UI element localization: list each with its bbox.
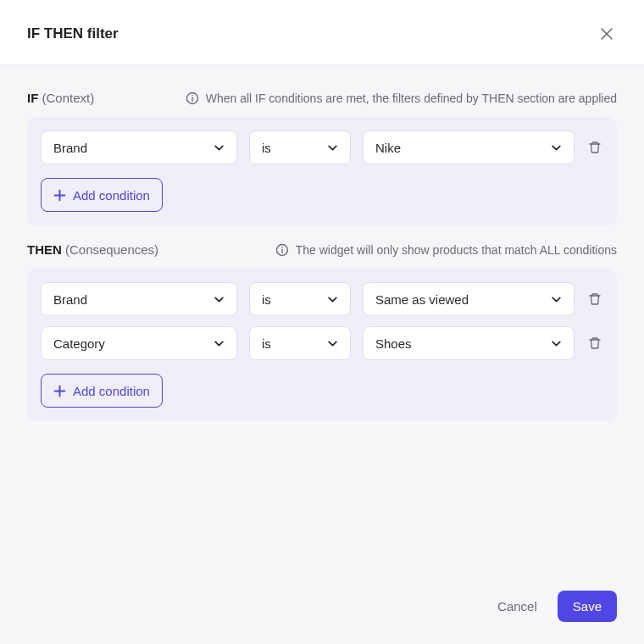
close-button[interactable]	[597, 24, 617, 44]
svg-point-9	[281, 247, 283, 248]
then-delete-condition-button[interactable]	[586, 291, 603, 308]
info-icon	[186, 92, 199, 105]
then-section-head: THEN (Consequences) The widget will only…	[27, 242, 617, 257]
trash-icon	[588, 336, 602, 350]
then-value-value: Same as viewed	[375, 292, 469, 307]
then-operator-select[interactable]: is	[249, 326, 351, 360]
if-value-value: Nike	[375, 141, 401, 155]
then-value-select[interactable]: Shoes	[363, 326, 575, 360]
if-operator-select[interactable]: is	[249, 130, 351, 164]
chevron-down-icon	[327, 338, 338, 349]
if-hint-text: When all IF conditions are met, the filt…	[206, 92, 617, 105]
if-add-condition-button[interactable]: Add condition	[41, 178, 163, 212]
if-operator-value: is	[262, 141, 271, 155]
if-value-select[interactable]: Nike	[363, 130, 575, 164]
then-operator-value: is	[262, 292, 271, 307]
modal-header: IF THEN filter	[0, 0, 644, 65]
then-delete-condition-button[interactable]	[586, 335, 603, 352]
info-icon	[275, 243, 289, 257]
if-then-filter-modal: IF THEN filter IF (Context) When all IF …	[0, 0, 644, 644]
if-attribute-value: Brand	[53, 141, 87, 155]
trash-icon	[588, 292, 602, 306]
then-sublabel: (Consequences)	[65, 242, 158, 257]
if-add-condition-label: Add condition	[73, 188, 150, 203]
then-value-select[interactable]: Same as viewed	[363, 282, 575, 316]
chevron-down-icon	[214, 338, 225, 349]
then-value-value: Shoes	[375, 336, 412, 351]
trash-icon	[588, 141, 602, 154]
chevron-down-icon	[551, 294, 562, 305]
if-sublabel: (Context)	[42, 91, 95, 105]
then-attribute-value: Brand	[53, 292, 87, 307]
then-section-title: THEN (Consequences)	[27, 242, 158, 257]
if-hint: When all IF conditions are met, the filt…	[186, 92, 617, 105]
then-add-condition-button[interactable]: Add condition	[41, 374, 163, 408]
then-condition-row: Category is Shoes	[41, 326, 603, 360]
then-attribute-select[interactable]: Brand	[41, 282, 237, 316]
if-label: IF	[27, 91, 38, 105]
svg-point-4	[192, 95, 193, 97]
chevron-down-icon	[214, 294, 225, 305]
then-attribute-select[interactable]: Category	[41, 326, 237, 360]
if-section-title: IF (Context)	[27, 91, 94, 105]
plus-icon	[53, 385, 66, 397]
if-card: Brand is Nike Add condition	[27, 117, 617, 225]
chevron-down-icon	[327, 142, 338, 153]
then-operator-select[interactable]: is	[249, 282, 351, 316]
then-hint: The widget will only show products that …	[275, 243, 617, 257]
then-label: THEN	[27, 242, 62, 257]
chevron-down-icon	[214, 142, 225, 153]
plus-icon	[53, 189, 66, 202]
then-condition-row: Brand is Same as viewed	[41, 282, 603, 316]
modal-footer: Cancel Save	[0, 577, 644, 644]
save-button[interactable]: Save	[558, 591, 617, 622]
if-attribute-select[interactable]: Brand	[41, 130, 237, 164]
then-operator-value: is	[262, 336, 271, 351]
if-section-head: IF (Context) When all IF conditions are …	[27, 91, 617, 105]
close-icon	[600, 27, 613, 41]
chevron-down-icon	[551, 142, 562, 153]
then-card: Brand is Same as viewed Category	[27, 269, 617, 421]
modal-title: IF THEN filter	[27, 25, 119, 42]
chevron-down-icon	[327, 294, 338, 305]
modal-body: IF (Context) When all IF conditions are …	[0, 65, 644, 577]
cancel-button[interactable]: Cancel	[491, 591, 544, 622]
then-add-condition-label: Add condition	[73, 384, 150, 398]
chevron-down-icon	[551, 338, 562, 349]
then-hint-text: The widget will only show products that …	[296, 243, 617, 257]
if-delete-condition-button[interactable]	[586, 139, 603, 156]
if-condition-row: Brand is Nike	[41, 130, 603, 164]
then-attribute-value: Category	[53, 336, 105, 351]
